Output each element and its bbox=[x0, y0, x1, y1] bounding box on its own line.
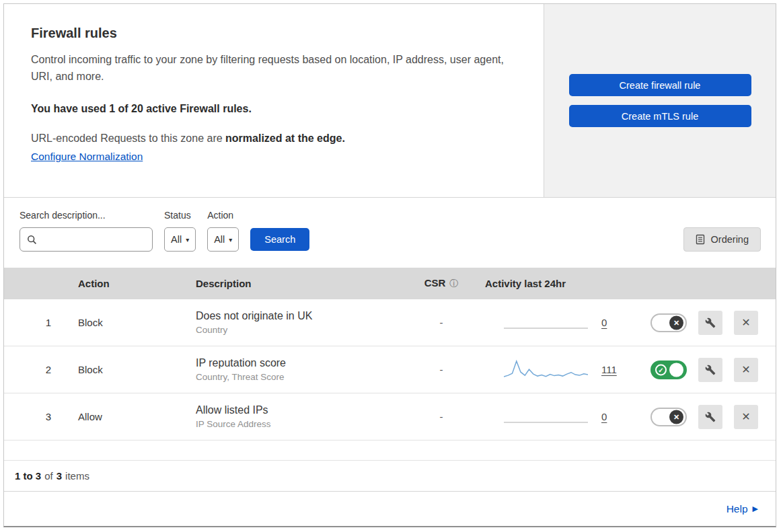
action-panel: Create firewall rule Create mTLS rule bbox=[544, 4, 776, 197]
delete-rule-button[interactable]: ✕ bbox=[734, 311, 758, 335]
search-button[interactable]: Search bbox=[250, 228, 309, 251]
rule-activity: 0 bbox=[478, 405, 650, 429]
edit-rule-button[interactable] bbox=[698, 358, 722, 382]
rule-description-title: Allow listed IPs bbox=[196, 404, 404, 416]
help-bar: Help ▶ bbox=[4, 492, 776, 526]
pagination-total: 3 bbox=[57, 470, 62, 482]
create-mtls-rule-button[interactable]: Create mTLS rule bbox=[569, 105, 751, 127]
rule-csr-value: - bbox=[404, 317, 478, 328]
edit-rule-button[interactable] bbox=[698, 311, 722, 335]
rule-enabled-toggle[interactable]: ✓ ✕ bbox=[650, 313, 687, 332]
status-label: Status bbox=[164, 210, 196, 221]
rule-csr-value: - bbox=[404, 411, 478, 422]
pagination-range: 1 to 3 bbox=[15, 470, 41, 482]
table-bottom-spacer bbox=[4, 441, 776, 461]
chevron-down-icon: ▾ bbox=[229, 236, 232, 243]
ordering-button[interactable]: Ordering bbox=[683, 227, 761, 252]
table-row: 3 Allow Allow listed IPs IP Source Addre… bbox=[4, 393, 776, 441]
action-dropdown[interactable]: All ▾ bbox=[207, 227, 239, 252]
rule-action: Block bbox=[65, 364, 182, 375]
rule-controls: ✓ ✕ ✕ bbox=[650, 358, 776, 382]
rule-controls: ✓ ✕ ✕ bbox=[650, 311, 776, 335]
rule-controls: ✓ ✕ ✕ bbox=[650, 405, 776, 429]
wrench-icon bbox=[705, 365, 716, 375]
normalization-text: URL-encoded Requests to this zone are bbox=[31, 132, 225, 144]
rule-description: Allow listed IPs IP Source Address bbox=[182, 404, 404, 429]
wrench-icon bbox=[705, 412, 716, 422]
activity-count-link[interactable]: 111 bbox=[601, 364, 617, 375]
x-icon: ✕ bbox=[669, 410, 683, 424]
table-header: Action Description CSRⓘ Activity last 24… bbox=[4, 268, 776, 299]
x-icon: ✕ bbox=[669, 315, 683, 330]
search-group: Search description... bbox=[20, 210, 153, 252]
chevron-down-icon: ▾ bbox=[186, 236, 189, 243]
page-description: Control incoming traffic to your zone by… bbox=[31, 52, 509, 85]
status-filter-group: Status All ▾ bbox=[164, 210, 196, 252]
rule-criteria: IP Source Address bbox=[196, 419, 404, 429]
configure-normalization-link[interactable]: Configure Normalization bbox=[31, 151, 143, 162]
edit-rule-button[interactable] bbox=[698, 405, 722, 429]
arrow-right-icon: ▶ bbox=[753, 504, 758, 513]
action-value: All bbox=[214, 234, 225, 245]
activity-sparkline bbox=[504, 311, 588, 335]
rule-priority: 1 bbox=[4, 317, 65, 328]
pagination: 1 to 3 of 3 items bbox=[4, 461, 776, 492]
column-activity: Activity last 24hr bbox=[478, 278, 650, 289]
toggle-knob: ✕ bbox=[669, 410, 683, 424]
ordering-list-icon bbox=[696, 234, 705, 245]
ordering-label: Ordering bbox=[711, 234, 749, 245]
close-icon: ✕ bbox=[741, 363, 750, 376]
create-firewall-rule-button[interactable]: Create firewall rule bbox=[569, 74, 751, 96]
header-section: Firewall rules Control incoming traffic … bbox=[4, 4, 776, 198]
normalization-bold-text: normalized at the edge. bbox=[225, 132, 345, 144]
close-icon: ✕ bbox=[741, 410, 750, 423]
rule-criteria: Country, Threat Score bbox=[196, 372, 404, 382]
activity-count-link[interactable]: 0 bbox=[601, 317, 607, 328]
rule-activity: 111 bbox=[478, 358, 650, 382]
filters-bar: Search description... Status All ▾ Actio… bbox=[4, 198, 776, 268]
rule-description: IP reputation score Country, Threat Scor… bbox=[182, 357, 404, 382]
activity-sparkline bbox=[504, 405, 588, 429]
search-label: Search description... bbox=[20, 210, 153, 221]
activity-count-link[interactable]: 0 bbox=[601, 411, 607, 422]
rule-priority: 2 bbox=[4, 364, 65, 375]
pagination-items: items bbox=[65, 470, 89, 482]
firewall-rules-page: Firewall rules Control incoming traffic … bbox=[3, 3, 776, 527]
rule-activity: 0 bbox=[478, 311, 650, 335]
normalization-note: URL-encoded Requests to this zone are no… bbox=[31, 132, 517, 145]
rule-description-title: Does not originate in UK bbox=[196, 310, 404, 322]
column-action: Action bbox=[65, 278, 182, 289]
rule-enabled-toggle[interactable]: ✓ ✕ bbox=[650, 408, 687, 426]
column-csr: CSRⓘ bbox=[404, 277, 478, 290]
rule-enabled-toggle[interactable]: ✓ ✕ bbox=[650, 360, 687, 379]
pagination-of: of bbox=[44, 470, 53, 482]
delete-rule-button[interactable]: ✕ bbox=[734, 405, 758, 429]
action-label: Action bbox=[207, 210, 239, 221]
rule-priority: 3 bbox=[4, 411, 65, 422]
status-value: All bbox=[171, 234, 182, 245]
toggle-knob: ✕ bbox=[669, 315, 683, 330]
table-row: 1 Block Does not originate in UK Country… bbox=[4, 299, 776, 346]
close-icon: ✕ bbox=[741, 316, 750, 329]
help-link[interactable]: Help ▶ bbox=[727, 503, 758, 515]
search-input[interactable] bbox=[41, 233, 152, 245]
help-label: Help bbox=[727, 503, 748, 515]
delete-rule-button[interactable]: ✕ bbox=[734, 358, 758, 382]
column-description: Description bbox=[182, 278, 404, 289]
rule-action: Block bbox=[65, 317, 182, 328]
action-filter-group: Action All ▾ bbox=[207, 210, 239, 252]
rule-description: Does not originate in UK Country bbox=[182, 310, 404, 335]
status-dropdown[interactable]: All ▾ bbox=[164, 227, 196, 252]
wrench-icon bbox=[705, 317, 716, 328]
rule-criteria: Country bbox=[196, 325, 404, 335]
search-icon bbox=[27, 235, 37, 245]
info-icon: ⓘ bbox=[449, 278, 458, 289]
search-box bbox=[20, 227, 153, 252]
usage-summary: You have used 1 of 20 active Firewall ru… bbox=[31, 103, 517, 115]
csr-label: CSR bbox=[424, 277, 446, 289]
check-icon: ✓ bbox=[655, 364, 667, 375]
table-row: 2 Block IP reputation score Country, Thr… bbox=[4, 346, 776, 393]
page-title: Firewall rules bbox=[31, 26, 517, 41]
toggle-knob: ✕ bbox=[669, 363, 683, 377]
rule-action: Allow bbox=[65, 411, 182, 422]
